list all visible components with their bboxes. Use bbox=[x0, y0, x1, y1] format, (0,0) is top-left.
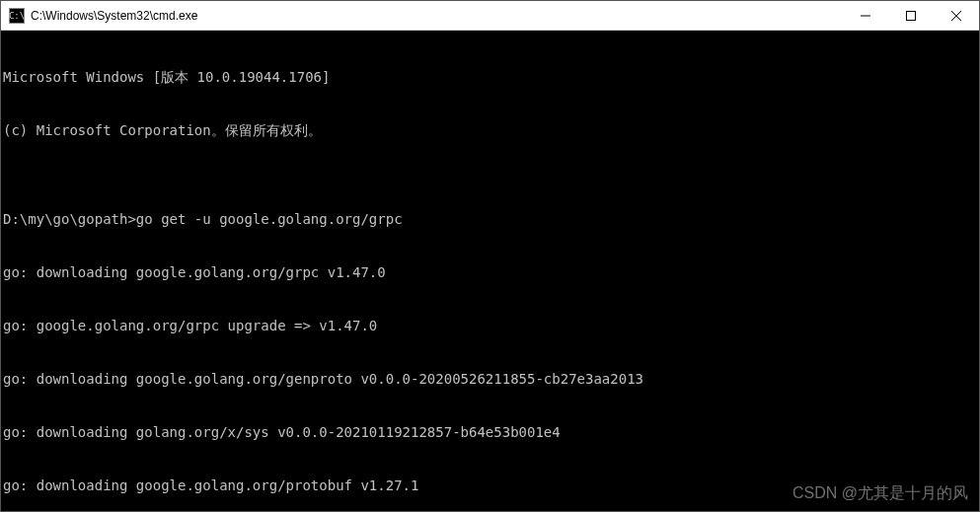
svg-rect-1 bbox=[907, 11, 916, 20]
titlebar[interactable]: C:\ C:\Windows\System32\cmd.exe bbox=[1, 1, 979, 31]
close-icon bbox=[951, 11, 961, 21]
minimize-button[interactable] bbox=[843, 1, 888, 31]
terminal-line: go: downloading google.golang.org/genpro… bbox=[3, 370, 979, 388]
terminal-line: Microsoft Windows [版本 10.0.19044.1706] bbox=[3, 68, 979, 86]
terminal-line: go: downloading google.golang.org/protob… bbox=[3, 476, 979, 494]
terminal-line: go: google.golang.org/grpc upgrade => v1… bbox=[3, 317, 979, 334]
close-button[interactable] bbox=[934, 1, 979, 31]
terminal-line: go: downloading golang.org/x/sys v0.0.0-… bbox=[3, 423, 979, 441]
window-title: C:\Windows\System32\cmd.exe bbox=[31, 9, 197, 23]
terminal-output[interactable]: Microsoft Windows [版本 10.0.19044.1706] (… bbox=[1, 31, 979, 511]
cmd-window: C:\ C:\Windows\System32\cmd.exe Microsof… bbox=[0, 0, 980, 512]
terminal-line: (c) Microsoft Corporation。保留所有权利。 bbox=[3, 121, 979, 139]
terminal-line: go: downloading google.golang.org/grpc v… bbox=[3, 263, 979, 281]
minimize-icon bbox=[861, 11, 870, 21]
maximize-icon bbox=[906, 11, 916, 21]
terminal-line: D:\my\go\gopath>go get -u google.golang.… bbox=[3, 210, 979, 228]
maximize-button[interactable] bbox=[888, 1, 934, 31]
cmd-icon: C:\ bbox=[9, 8, 25, 24]
